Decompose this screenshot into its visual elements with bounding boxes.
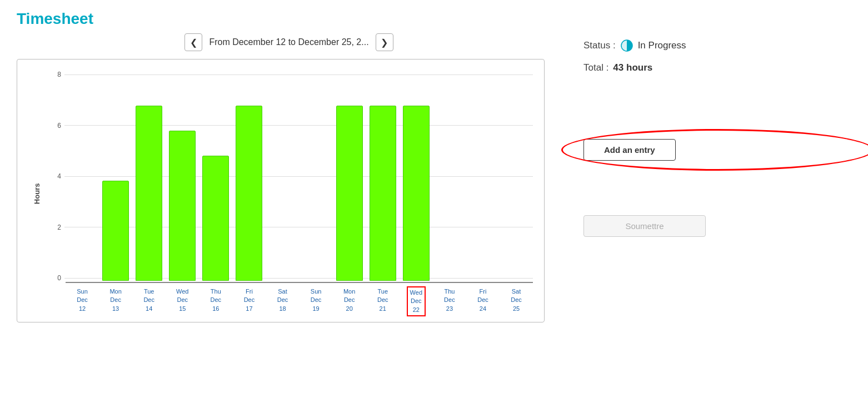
x-axis-labels: SunDec12MonDec13TueDec14WedDec15ThuDec16… [66, 286, 533, 316]
status-value: In Progress [638, 40, 686, 51]
total-hours: 43 hours [613, 62, 652, 73]
chart-inner: 86420 SunDec12MonDec13TueDec14WedDec15Th… [41, 71, 533, 316]
y-tick: 8 [41, 71, 61, 78]
right-panel: Status : In Progress Total : 43 hours Ad… [583, 33, 851, 322]
bar [370, 106, 396, 281]
x-label: SunDec19 [300, 286, 333, 316]
add-entry-button[interactable]: Add an entry [583, 139, 676, 161]
x-label: WedDec15 [166, 286, 199, 316]
bar-col [366, 106, 400, 281]
x-label: MonDec20 [333, 286, 366, 316]
grid-and-bars: 86420 [41, 71, 533, 282]
chart-container: Hours 86420 SunDec12MonDec13TueDec14WedD… [17, 59, 545, 322]
bar [202, 156, 229, 281]
y-axis-label: Hours [28, 71, 41, 316]
page-title: Timesheet [0, 0, 868, 33]
bar-col [199, 156, 232, 281]
bar [102, 181, 129, 281]
bars-row [66, 71, 533, 282]
nav-bar: ❮ From December 12 to December 25, 2... … [17, 33, 561, 51]
x-label: FriDec24 [466, 286, 500, 316]
status-icon [620, 39, 633, 52]
x-label: ThuDec16 [199, 286, 232, 316]
bar [169, 131, 196, 281]
status-row: Status : In Progress [583, 39, 851, 52]
status-label: Status : [583, 40, 616, 51]
x-label: ThuDec23 [433, 286, 466, 316]
y-tick: 6 [41, 122, 61, 130]
x-label: SatDec25 [500, 286, 533, 316]
left-panel: ❮ From December 12 to December 25, 2... … [17, 33, 561, 322]
y-tick: 4 [41, 172, 61, 180]
bottom-axis-line [66, 282, 533, 283]
soumettre-button[interactable]: Soumettre [583, 215, 706, 237]
x-label: SunDec12 [66, 286, 99, 316]
bar-col [400, 106, 433, 281]
add-entry-wrapper: Add an entry [583, 139, 851, 161]
total-label: Total : [583, 62, 608, 73]
x-label: SatDec18 [266, 286, 299, 316]
bar [136, 106, 162, 281]
bar-col [232, 106, 266, 281]
y-tick: 2 [41, 224, 61, 231]
next-button[interactable]: ❯ [376, 33, 393, 51]
x-label: TueDec21 [366, 286, 400, 316]
x-label: WedDec22 [400, 286, 433, 316]
bar [403, 106, 430, 281]
bar-col [99, 181, 132, 281]
bar-col [333, 106, 366, 281]
bar [236, 106, 262, 281]
x-label: MonDec13 [99, 286, 132, 316]
bar-col [166, 131, 199, 281]
prev-button[interactable]: ❮ [184, 33, 202, 51]
date-range-label: From December 12 to December 25, 2... [209, 37, 368, 47]
total-row: Total : 43 hours [583, 62, 851, 73]
y-tick: 0 [41, 274, 61, 282]
x-label: FriDec17 [232, 286, 266, 316]
bar [336, 106, 363, 281]
bar-col [132, 106, 166, 281]
x-label: TueDec14 [132, 286, 166, 316]
